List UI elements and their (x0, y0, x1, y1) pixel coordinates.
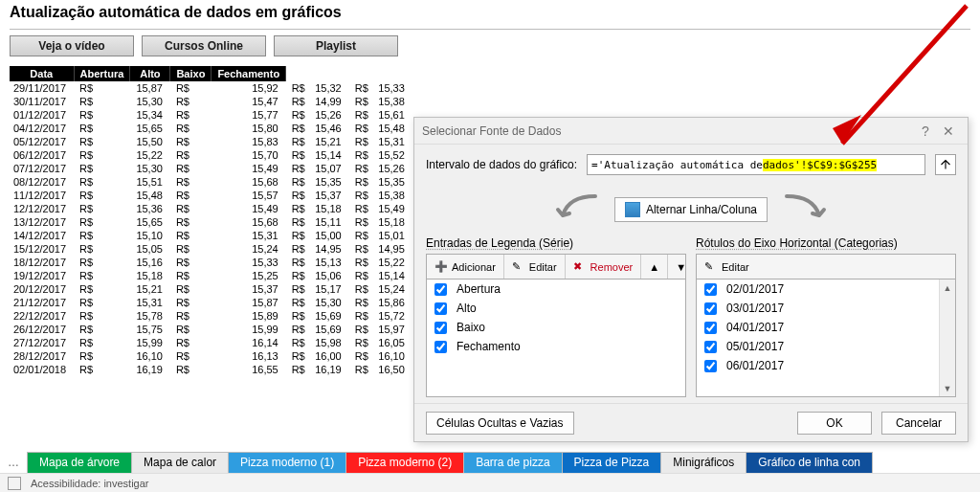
help-icon[interactable]: ? (914, 123, 937, 139)
series-checkbox[interactable] (434, 341, 447, 353)
axis-item[interactable]: 05/01/2017 (697, 337, 955, 356)
sheet-tab[interactable]: Mapa de árvore (27, 452, 132, 473)
move-down-button[interactable]: ▼ (668, 255, 694, 279)
series-checkbox[interactable] (434, 322, 447, 334)
cancel-button[interactable]: Cancelar (881, 412, 956, 435)
legend-panel: Entradas de Legenda (Série) ➕Adicionar ✎… (426, 235, 686, 397)
dialog-titlebar[interactable]: Selecionar Fonte de Dados ? ✕ (414, 118, 968, 145)
legend-panel-label: Entradas de Legenda (Série) (426, 236, 686, 250)
playlist-button[interactable]: Playlist (274, 35, 398, 56)
sheet-tab[interactable]: Mapa de calor (131, 452, 229, 473)
range-picker-button[interactable] (935, 154, 956, 175)
accessibility-status: Acessibilidade: investigar (31, 478, 149, 489)
axis-item[interactable]: 02/01/2017 (697, 280, 955, 299)
axis-label: 06/01/2017 (726, 359, 784, 372)
axis-checkbox[interactable] (704, 341, 717, 353)
courses-button[interactable]: Cursos Online (142, 35, 266, 56)
remove-icon: ✖ (573, 260, 587, 274)
table-row[interactable]: 08/12/2017R$15,51R$15,68R$15,35R$15,35 (10, 175, 412, 189)
series-label: Baixo (457, 321, 485, 334)
table-row[interactable]: 12/12/2017R$15,36R$15,49R$15,18R$15,49 (10, 202, 412, 215)
tabs-scroll-prev[interactable]: … (0, 452, 27, 473)
remove-series-button[interactable]: ✖Remover (566, 255, 642, 279)
sheet-tab[interactable]: Barra de pizza (463, 452, 562, 473)
col-header: Abertura (74, 66, 130, 81)
axis-listbox[interactable]: ▲ ▼ 02/01/201703/01/201704/01/201705/01/… (696, 279, 956, 397)
sheet-tab[interactable]: Pizza moderno (2) (345, 452, 464, 473)
series-label: Fechamento (457, 340, 521, 353)
sheet-tab[interactable]: Pizza moderno (1) (228, 452, 346, 473)
series-item[interactable]: Baixo (427, 318, 685, 337)
series-checkbox[interactable] (434, 283, 447, 296)
edit-series-button[interactable]: ✎Editar (504, 255, 566, 279)
axis-checkbox[interactable] (704, 322, 717, 334)
table-row[interactable]: 06/12/2017R$15,22R$15,70R$15,14R$15,52 (10, 148, 412, 162)
remove-label: Remover (590, 261, 634, 273)
edit-axis-label: Editar (722, 261, 749, 273)
dialog-footer: Células Ocultas e Vazias OK Cancelar (414, 403, 968, 441)
sheet-tabs: … Mapa de árvoreMapa de calorPizza moder… (0, 452, 872, 473)
table-row[interactable]: 22/12/2017R$15,78R$15,89R$15,69R$15,72 (10, 309, 412, 323)
statusbar-icon (8, 477, 21, 490)
table-row[interactable]: 14/12/2017R$15,10R$15,31R$15,00R$15,01 (10, 229, 412, 242)
sheet-tab[interactable]: Gráfico de linha con (746, 452, 873, 473)
axis-item[interactable]: 03/01/2017 (697, 299, 955, 318)
edit-icon: ✎ (704, 260, 718, 274)
axis-item[interactable]: 04/01/2017 (697, 318, 955, 337)
table-row[interactable]: 04/12/2017R$15,65R$15,80R$15,46R$15,48 (10, 122, 412, 135)
add-label: Adicionar (452, 261, 496, 273)
axis-checkbox[interactable] (704, 360, 717, 372)
table-row[interactable]: 07/12/2017R$15,30R$15,49R$15,07R$15,26 (10, 162, 412, 175)
sheet-tab[interactable]: Pizza de Pizza (562, 452, 662, 473)
close-icon[interactable]: ✕ (937, 123, 960, 139)
series-item[interactable]: Alto (427, 299, 685, 318)
series-label: Abertura (457, 282, 501, 296)
axis-panel-label: Rótulos do Eixo Horizontal (Categorias) (696, 236, 956, 250)
hidden-cells-button[interactable]: Células Ocultas e Vazias (426, 412, 574, 435)
move-up-button[interactable]: ▲ (641, 255, 668, 279)
series-label: Alto (457, 302, 477, 315)
table-row[interactable]: 05/12/2017R$15,50R$15,83R$15,21R$15,31 (10, 135, 412, 148)
scroll-down-icon[interactable]: ▼ (940, 380, 955, 396)
table-row[interactable]: 28/12/2017R$16,10R$16,13R$16,00R$16,10 (10, 349, 412, 363)
col-header: Baixo (170, 66, 212, 81)
table-row[interactable]: 01/12/2017R$15,34R$15,77R$15,26R$15,61 (10, 108, 412, 122)
table-row[interactable]: 20/12/2017R$15,21R$15,37R$15,17R$15,24 (10, 282, 412, 296)
switch-row: Alternar Linha/Coluna (426, 190, 956, 229)
table-row[interactable]: 26/12/2017R$15,75R$15,99R$15,69R$15,97 (10, 323, 412, 336)
video-button[interactable]: Veja o vídeo (10, 35, 134, 56)
table-row[interactable]: 29/11/2017R$15,87R$15,92R$15,32R$15,33 (10, 81, 412, 95)
chart-range-input[interactable]: ='Atualização automática de dados'!$C$9:… (587, 154, 925, 175)
table-row[interactable]: 11/12/2017R$15,48R$15,57R$15,37R$15,38 (10, 189, 412, 202)
ok-button[interactable]: OK (797, 412, 872, 435)
sheet-tab[interactable]: Minigráficos (660, 452, 746, 473)
table-row[interactable]: 02/01/2018R$16,19R$16,55R$16,19R$16,50 (10, 363, 412, 376)
chart-range-row: Intervalo de dados do gráfico: ='Atualiz… (426, 154, 956, 175)
col-header: Alto (130, 66, 170, 81)
series-item[interactable]: Abertura (427, 280, 685, 299)
series-checkbox[interactable] (434, 302, 447, 315)
table-row[interactable]: 18/12/2017R$15,16R$15,33R$15,13R$15,22 (10, 256, 412, 269)
table-row[interactable]: 21/12/2017R$15,31R$15,87R$15,30R$15,86 (10, 296, 412, 309)
statusbar: Acessibilidade: investigar (0, 473, 980, 492)
select-data-source-dialog: Selecionar Fonte de Dados ? ✕ Intervalo … (413, 117, 969, 442)
series-listbox[interactable]: AberturaAltoBaixoFechamento (426, 279, 686, 397)
table-row[interactable]: 13/12/2017R$15,65R$15,68R$15,11R$15,18 (10, 215, 412, 229)
series-item[interactable]: Fechamento (427, 337, 685, 356)
range-text-highlight: dados'!$C$9:$G$255 (763, 159, 877, 171)
axis-checkbox[interactable] (704, 302, 717, 315)
edit-axis-button[interactable]: ✎Editar (697, 255, 757, 279)
table-row[interactable]: 27/12/2017R$15,99R$16,14R$15,98R$16,05 (10, 336, 412, 349)
edit-icon: ✎ (512, 260, 525, 274)
table-row[interactable]: 19/12/2017R$15,18R$15,25R$15,06R$15,14 (10, 269, 412, 282)
add-series-button[interactable]: ➕Adicionar (427, 255, 504, 279)
axis-label: 02/01/2017 (726, 282, 784, 296)
switch-row-col-button[interactable]: Alternar Linha/Coluna (614, 197, 768, 222)
axis-checkbox[interactable] (704, 283, 717, 296)
table-row[interactable]: 15/12/2017R$15,05R$15,24R$14,95R$14,95 (10, 242, 412, 256)
scrollbar[interactable]: ▲ ▼ (939, 280, 955, 396)
axis-item[interactable]: 06/01/2017 (697, 356, 955, 375)
table-row[interactable]: 30/11/2017R$15,30R$15,47R$14,99R$15,38 (10, 95, 412, 108)
scroll-up-icon[interactable]: ▲ (940, 280, 955, 296)
col-header: Data (10, 66, 74, 81)
